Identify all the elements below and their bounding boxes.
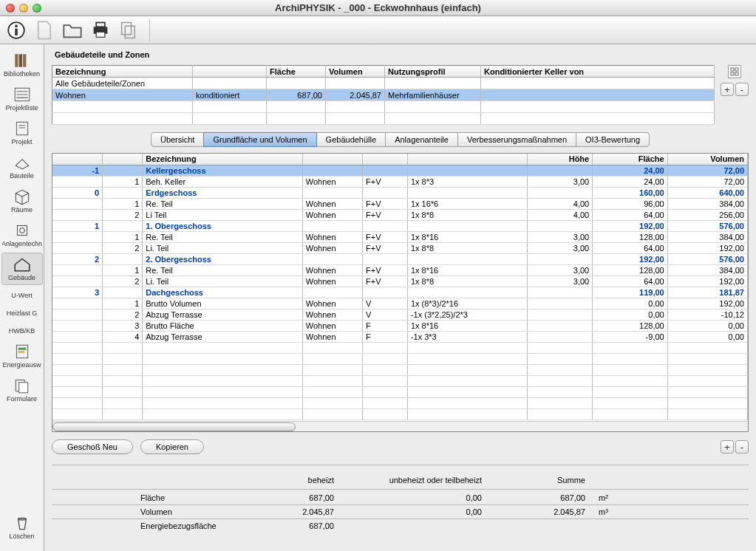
window-title: ArchiPHYSIK - _000 - Eckwohnhaus (einfac… xyxy=(0,2,756,13)
col-volumen[interactable]: Volumen xyxy=(326,66,385,78)
svg-rect-8 xyxy=(125,26,134,38)
svg-rect-25 xyxy=(18,348,26,350)
col-nr[interactable] xyxy=(52,154,103,165)
sidebar-item-gebaeude[interactable]: Gebäude xyxy=(1,253,43,285)
sidebar-item-formulare[interactable]: Formulare xyxy=(1,374,43,406)
tab[interactable]: OI3-Bewertung xyxy=(576,132,650,147)
sidebar-item-energieausweis[interactable]: Energieausw xyxy=(1,340,43,372)
detail-row[interactable]: 1Re. TeilWohnenF+V1x 16*64,0096,00384,00 xyxy=(52,198,748,209)
detail-row[interactable]: 2Abzug TerrasseWohnenV-1x (3*2,25)/2*30,… xyxy=(52,309,748,320)
detail-remove-button[interactable]: - xyxy=(735,440,749,454)
zone-row[interactable]: Wohnenkonditioniert687,002.045,87Mehrfam… xyxy=(52,89,715,101)
col-flaeche[interactable]: Fläche xyxy=(593,154,667,165)
detail-row[interactable]: 1Re. TeilWohnenF+V1x 8*163,00128,00384,0… xyxy=(52,231,748,242)
level-row[interactable]: 11. Obergeschoss192,00576,00 xyxy=(52,220,748,231)
sidebar-item-bauteile[interactable]: Bauteile xyxy=(1,151,43,183)
detail-row[interactable] xyxy=(52,353,748,364)
level-row[interactable]: 3Dachgeschoss119,00181,87 xyxy=(52,287,748,298)
geschoss-neu-button[interactable]: Geschoß Neu xyxy=(52,439,133,454)
svg-rect-26 xyxy=(18,351,24,353)
sidebar-item-heizlast[interactable]: Heizlast G xyxy=(1,304,43,321)
sidebar-item-bibliotheken[interactable]: Bibliotheken xyxy=(1,49,43,81)
detail-add-button[interactable]: + xyxy=(721,440,734,454)
sidebar-item-anlagentechnik[interactable]: Anlagentechn xyxy=(1,219,43,251)
svg-rect-16 xyxy=(16,122,27,134)
detail-row[interactable] xyxy=(52,364,748,375)
detail-row[interactable]: 2Li TeilWohnenF+V1x 8*84,0064,00256,00 xyxy=(52,209,748,220)
sidebar-item-projekt[interactable]: Projekt xyxy=(1,117,43,149)
col-zone[interactable] xyxy=(302,154,362,165)
open-folder-icon[interactable] xyxy=(62,20,83,41)
col-sub[interactable] xyxy=(103,154,143,165)
svg-point-23 xyxy=(19,228,24,233)
sidebar-item-label: Formulare xyxy=(7,395,37,403)
col-nutzungsprofil[interactable]: Nutzungsprofil xyxy=(385,66,481,78)
sidebar-item-label: Gebäude xyxy=(8,274,35,281)
detail-row[interactable] xyxy=(52,386,748,397)
col-blank[interactable] xyxy=(193,66,267,78)
col-volumen[interactable]: Volumen xyxy=(667,154,747,165)
detail-table[interactable]: Bezeichnung Höhe Fläche Volumen -1Keller… xyxy=(52,154,748,420)
detail-buttons: Geschoß Neu Kopieren + - xyxy=(52,439,749,454)
sidebar-item-raeume[interactable]: Räume xyxy=(1,185,43,217)
print-icon[interactable] xyxy=(90,20,111,41)
zone-add-button[interactable]: + xyxy=(721,83,734,96)
level-row[interactable]: 22. Obergeschoss192,00576,00 xyxy=(52,253,748,264)
detail-row[interactable] xyxy=(52,342,748,353)
sidebar-item-label: U-Wert xyxy=(11,292,32,299)
zones-table[interactable]: Bezeichnung Fläche Volumen Nutzungsprofi… xyxy=(52,65,715,125)
scroll-thumb[interactable] xyxy=(52,422,296,431)
svg-line-19 xyxy=(16,194,22,196)
sidebar-item-uwert[interactable]: U-Wert xyxy=(1,287,43,303)
kopieren-button[interactable]: Kopieren xyxy=(140,439,204,454)
zone-remove-button[interactable]: - xyxy=(735,83,749,96)
col-bezeichnung[interactable]: Bezeichnung xyxy=(52,66,193,78)
zone-row[interactable] xyxy=(52,113,715,125)
level-row[interactable]: 0Erdgeschoss160,00640,00 xyxy=(52,187,748,198)
sidebar-item-label: Anlagentechn xyxy=(1,240,42,247)
detail-row[interactable]: 1Brutto VolumenWohnenV1x (8*3)/2*160,001… xyxy=(52,298,748,309)
sidebar-item-hwbkb[interactable]: HWB/KB xyxy=(1,322,43,338)
tab[interactable]: Gebäudehülle xyxy=(316,132,386,147)
detail-row[interactable] xyxy=(52,408,748,420)
zone-row[interactable]: Alle Gebäudeteile/Zonen xyxy=(52,78,715,89)
summary-col-unbeheizt: unbeheizt oder teilbeheizt xyxy=(347,476,495,485)
detail-row[interactable] xyxy=(52,397,748,408)
tabs: ÜbersichtGrundfläche und VolumenGebäudeh… xyxy=(52,132,749,147)
detail-row[interactable]: 4Abzug TerrasseWohnenF-1x 3*3-9,000,00 xyxy=(52,331,748,342)
tab[interactable]: Anlagenanteile xyxy=(385,132,458,147)
copy-doc-icon[interactable] xyxy=(118,20,139,41)
detail-row[interactable]: 1Re. TeilWohnenF+V1x 8*163,00128,00384,0… xyxy=(52,264,748,276)
col-keller[interactable]: Konditionierter Keller von xyxy=(481,66,715,78)
svg-rect-10 xyxy=(18,54,21,66)
sidebar-item-loeschen[interactable]: Löschen xyxy=(1,511,43,544)
col-flaeche[interactable]: Fläche xyxy=(267,66,326,78)
tab[interactable]: Übersicht xyxy=(151,132,204,147)
svg-rect-22 xyxy=(17,226,27,236)
col-typ[interactable] xyxy=(362,154,407,165)
sidebar-item-projektliste[interactable]: Projektliste xyxy=(1,83,43,115)
grid-icon[interactable] xyxy=(728,65,741,78)
tab[interactable]: Verbesserungsmaßnahmen xyxy=(457,132,576,147)
zones-controls: + - xyxy=(721,65,749,96)
summary-row: Volumen2.045,870,002.045,87m³ xyxy=(81,505,749,519)
info-icon[interactable] xyxy=(6,20,27,41)
col-bezeichnung[interactable]: Bezeichnung xyxy=(143,154,303,165)
toolbar xyxy=(0,16,756,44)
svg-rect-2 xyxy=(15,28,18,35)
sidebar-item-label: Bauteile xyxy=(10,172,34,179)
zone-row[interactable] xyxy=(52,101,715,113)
detail-row[interactable]: 2Li. TeilWohnenF+V1x 8*83,0064,00192,00 xyxy=(52,242,748,253)
detail-row[interactable]: 1Beh. KellerWohnenF+V1x 8*33,0024,0072,0… xyxy=(52,176,748,187)
detail-row[interactable]: 3Brutto FlächeWohnenF1x 8*16128,000,00 xyxy=(52,320,748,331)
horizontal-scrollbar[interactable] xyxy=(52,421,748,431)
level-row[interactable]: -1Kellergeschoss24,0072,00 xyxy=(52,165,748,176)
tab[interactable]: Grundfläche und Volumen xyxy=(203,132,316,147)
detail-row[interactable] xyxy=(52,375,748,386)
col-hoehe[interactable]: Höhe xyxy=(528,154,593,165)
detail-row[interactable]: 2Li. TeilWohnenF+V1x 8*83,0064,00192,00 xyxy=(52,276,748,287)
new-doc-icon[interactable] xyxy=(34,20,55,41)
col-formel[interactable] xyxy=(407,154,527,165)
summary-row: Energiebezugsfläche687,00 xyxy=(81,519,749,533)
detail-table-container: Bezeichnung Höhe Fläche Volumen -1Keller… xyxy=(52,153,749,432)
